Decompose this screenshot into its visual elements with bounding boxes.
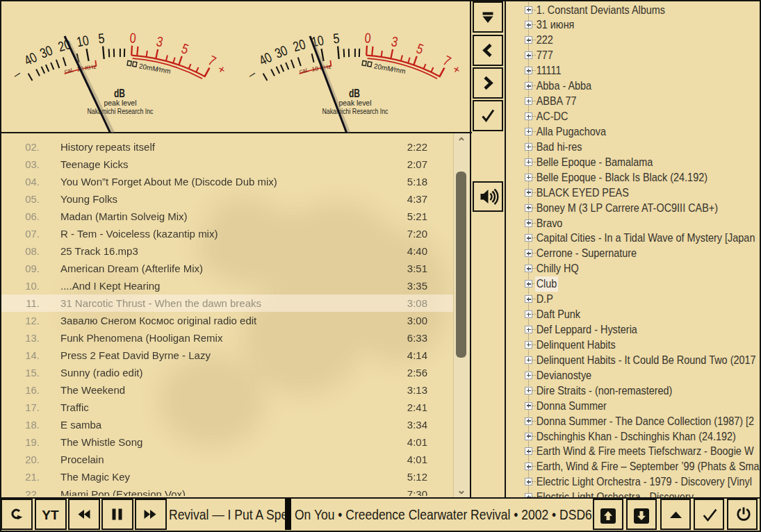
svg-text:3: 3 xyxy=(390,33,399,49)
svg-text:30: 30 xyxy=(38,42,54,61)
svg-text:0: 0 xyxy=(364,30,372,46)
svg-text:7: 7 xyxy=(206,52,218,69)
svg-text:40: 40 xyxy=(256,49,275,69)
svg-text:40: 40 xyxy=(22,49,40,69)
svg-text:20: 20 xyxy=(291,36,307,54)
svg-text:peak level: peak level xyxy=(104,99,137,107)
svg-text:Nakamichi Research Inc: Nakamichi Research Inc xyxy=(322,107,388,115)
svg-text:+: + xyxy=(215,63,229,77)
svg-text:0: 0 xyxy=(129,30,137,46)
svg-text:5: 5 xyxy=(332,31,340,47)
svg-text:–: – xyxy=(245,67,259,81)
svg-text:Nakamichi Research Inc: Nakamichi Research Inc xyxy=(88,107,154,115)
svg-text:5: 5 xyxy=(180,40,191,57)
svg-text:5: 5 xyxy=(415,40,426,57)
svg-text:–: – xyxy=(10,67,24,81)
svg-text:YT: YT xyxy=(42,508,59,522)
svg-text:peak level: peak level xyxy=(339,99,372,107)
svg-text:5: 5 xyxy=(97,31,105,47)
svg-text:+: + xyxy=(450,63,464,77)
svg-text:3: 3 xyxy=(155,33,164,49)
svg-text:7: 7 xyxy=(441,52,453,69)
svg-text:30: 30 xyxy=(272,42,289,61)
svg-text:10: 10 xyxy=(75,33,90,50)
